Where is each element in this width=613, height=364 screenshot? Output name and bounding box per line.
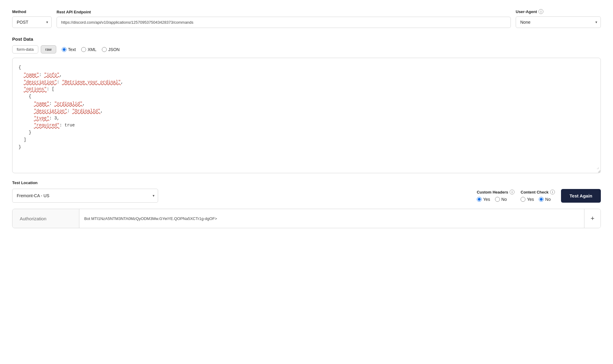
type-xml-radio[interactable] (81, 47, 86, 52)
type-text-radio[interactable] (62, 47, 67, 52)
resize-handle-icon: ⌟ (596, 163, 599, 172)
method-select[interactable]: POST GET PUT DELETE PATCH (12, 16, 52, 28)
type-json-option[interactable]: JSON (102, 47, 119, 52)
code-line-4: "options": [ (19, 86, 594, 93)
endpoint-label: Rest API Endpoint (57, 10, 511, 14)
endpoint-input[interactable] (57, 17, 511, 28)
type-json-label: JSON (108, 47, 119, 52)
method-label: Method (12, 9, 52, 14)
type-json-radio[interactable] (102, 47, 107, 52)
location-select-wrapper: Fremont-CA - US New York-NY - US London … (12, 189, 158, 203)
type-text-label: Text (68, 47, 76, 52)
endpoint-field: Rest API Endpoint (57, 10, 511, 28)
custom-headers-group: Custom Headers i Yes No (477, 190, 514, 202)
user-agent-select[interactable]: None Chrome Firefox Safari (516, 16, 601, 28)
format-raw-button[interactable]: raw (41, 45, 56, 53)
user-agent-field: User-Agent i None Chrome Firefox Safari … (516, 9, 601, 28)
content-check-label: Content Check i (521, 190, 555, 194)
custom-headers-info-icon: i (510, 190, 514, 194)
content-check-radio-group: Yes No (521, 197, 555, 202)
bottom-section: Test Location Fremont-CA - US New York-N… (12, 180, 601, 228)
custom-headers-yes-radio[interactable] (477, 197, 482, 202)
user-agent-select-wrapper: None Chrome Firefox Safari ▾ (516, 16, 601, 28)
content-check-no-option[interactable]: No (539, 197, 551, 202)
content-check-yes-option[interactable]: Yes (521, 197, 534, 202)
custom-headers-yes-label: Yes (483, 197, 490, 202)
format-form-data-button[interactable]: form-data (12, 45, 38, 53)
type-xml-option[interactable]: XML (81, 47, 96, 52)
code-line-12: } (19, 144, 594, 151)
custom-headers-yes-option[interactable]: Yes (477, 197, 490, 202)
code-line-2: "name": "info", (19, 71, 594, 79)
code-line-1: { (19, 64, 594, 71)
type-xml-label: XML (88, 47, 96, 52)
authorization-row: Authorization Bot MTI1NzA5NTM3NTA0MzQyOD… (12, 209, 601, 228)
location-select[interactable]: Fremont-CA - US New York-NY - US London … (12, 189, 158, 203)
custom-headers-no-label: No (501, 197, 507, 202)
type-text-option[interactable]: Text (62, 47, 76, 52)
content-check-yes-radio[interactable] (521, 197, 525, 202)
bottom-controls: Fremont-CA - US New York-NY - US London … (12, 189, 601, 203)
post-data-header: Post Data (12, 36, 601, 42)
method-field: Method POST GET PUT DELETE PATCH ▾ (12, 9, 52, 28)
user-agent-info-icon: i (539, 9, 543, 14)
code-line-6: "name": "ordinalid", (19, 100, 594, 108)
top-row: Method POST GET PUT DELETE PATCH ▾ Rest … (12, 9, 601, 28)
code-line-10: } (19, 129, 594, 136)
test-again-button[interactable]: Test Again (561, 189, 601, 203)
code-line-3: "description": "Retrieve your ordinal", (19, 79, 594, 86)
custom-headers-radio-group: Yes No (477, 197, 514, 202)
authorization-key: Authorization (12, 209, 79, 228)
method-select-wrapper: POST GET PUT DELETE PATCH ▾ (12, 16, 52, 28)
custom-headers-label: Custom Headers i (477, 190, 514, 194)
custom-headers-no-radio[interactable] (495, 197, 500, 202)
code-line-5: { (19, 93, 594, 100)
user-agent-label: User-Agent i (516, 9, 601, 14)
content-check-info-icon: i (550, 190, 555, 194)
content-check-no-radio[interactable] (539, 197, 544, 202)
content-check-no-label: No (545, 197, 551, 202)
post-data-section: Post Data form-data raw Text XML JSON { … (12, 36, 601, 173)
content-check-group: Content Check i Yes No (521, 190, 555, 202)
code-line-8: "type": 3, (19, 115, 594, 122)
authorization-value: Bot MTI1NzA5NTM3NTA0MzQyODM3Mw.GYeiYE.QO… (79, 209, 584, 228)
code-line-11: ] (19, 136, 594, 144)
location-select-container: Fremont-CA - US New York-NY - US London … (12, 189, 158, 203)
authorization-add-button[interactable]: + (584, 209, 601, 228)
format-row: form-data raw Text XML JSON (12, 45, 601, 53)
code-line-7: "description": "OrdinalId", (19, 108, 594, 115)
test-location-label: Test Location (12, 180, 601, 185)
custom-headers-no-option[interactable]: No (495, 197, 507, 202)
content-check-yes-label: Yes (527, 197, 534, 202)
code-line-9: "required": true (19, 122, 594, 129)
code-editor[interactable]: { "name": "info", "description": "Retrie… (12, 58, 601, 173)
